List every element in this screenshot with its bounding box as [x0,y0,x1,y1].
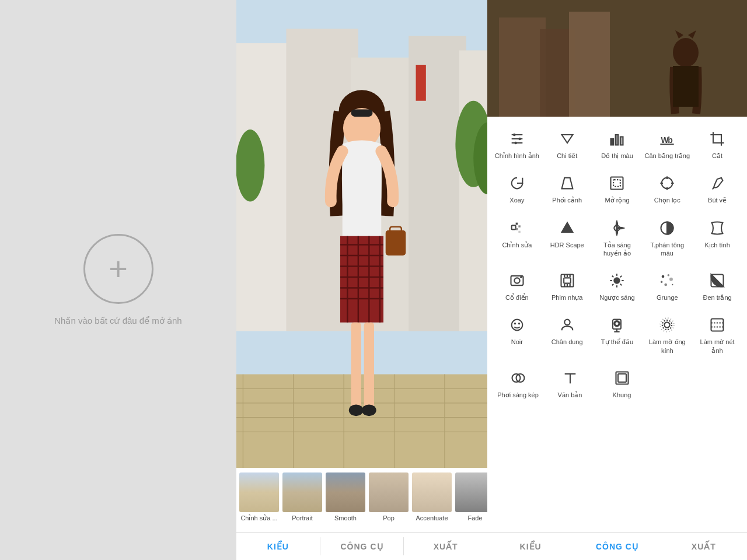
svg-rect-26 [351,110,372,117]
tool-den-trang[interactable]: Đen trắng [692,265,742,305]
tool-label-noir: Noir [511,338,523,346]
tool-chinh-hinh-anh[interactable]: Chỉnh hình ảnh [492,124,542,163]
double-exposure-icon [508,368,529,388]
tool-khung[interactable]: Khung [596,363,648,402]
tool-label-van-ban: Văn bản [558,391,582,399]
tab-kieu-right[interactable]: KIỂU [487,533,574,560]
text-icon [560,368,581,388]
tool-phoi-canh[interactable]: Phối cảnh [542,168,592,208]
tool-tphan-tong-mau[interactable]: T.phán tông màu [642,213,692,261]
vintage-icon [507,270,528,291]
tool-toa-sang[interactable]: Tỏa sáng huyền ảo [592,213,643,261]
svg-rect-75 [518,225,521,228]
thumbnail-smooth[interactable]: Smooth [325,473,366,522]
drama-icon [707,218,728,239]
thumb-label-1: Chỉnh sửa ... [240,514,277,522]
thumbnail-accentuate[interactable]: Accentuate [411,473,452,522]
svg-point-110 [518,323,521,325]
svg-point-105 [665,284,668,286]
open-photo-hint: Nhấn vào bất cứ đâu để mở ảnh [54,316,181,326]
tool-chinh-sua[interactable]: Chỉnh sửa [492,213,542,261]
tool-do-thi-mau[interactable]: Đồ thị màu [592,124,643,163]
svg-line-100 [612,284,613,285]
tools-row-5: Noir Chân dung [487,307,747,360]
tool-chan-dung[interactable]: Chân dung [542,310,592,358]
chart-icon [606,128,627,149]
tool-co-dien[interactable]: Cổ điển [492,265,542,305]
tool-xoay[interactable]: Xoay [492,168,542,208]
tool-phim-nhua[interactable]: Phim nhựa [542,265,592,305]
tool-label-phoi-canh: Phối cảnh [552,196,582,204]
tab-cong-cu-right[interactable]: CÔNG CỤ [574,533,660,560]
svg-rect-120 [711,319,724,331]
svg-point-68 [662,178,673,189]
svg-rect-51 [673,66,699,107]
svg-point-103 [661,281,663,284]
tool-label-den-trang: Đen trắng [703,293,731,302]
tool-phoi-sang-kep[interactable]: Phơi sáng kép [492,363,544,402]
svg-rect-77 [518,230,521,233]
tools-row-4: Cổ điển Phim nhựa [487,263,747,307]
center-panel: Chỉnh sửa ... Portrait Smooth Pop Accent… [236,0,487,560]
glow-icon [606,218,627,239]
tool-tu-the-dau[interactable]: Tự thể đầu [592,310,643,358]
tool-label-toa-sang: Tỏa sáng huyền ảo [595,241,640,258]
svg-rect-87 [569,275,570,278]
tool-noir[interactable]: Noir [492,310,542,358]
thumb-label-5: Accentuate [416,514,448,522]
right-panel: Chỉnh hình ảnh Chi tiết Đồ thị màu [487,0,747,560]
thumb-label-4: Pop [383,514,395,522]
tab-xuat-right[interactable]: XUẤT [661,533,747,560]
add-photo-button[interactable]: + [83,234,153,304]
svg-point-55 [513,134,516,136]
tab-xuat-center[interactable]: XUẤT [404,533,487,560]
svg-point-106 [672,284,673,285]
thumbnail-chinh-sua[interactable]: Chỉnh sửa ... [239,473,280,522]
tab-kieu-center[interactable]: KIỂU [236,533,320,560]
film-icon [557,270,578,291]
tool-label-chinh-hinh-anh: Chỉnh hình ảnh [495,152,539,160]
tool-kich-tinh[interactable]: Kịch tính [692,213,742,261]
thumbnail-fade[interactable]: Fade [455,473,487,522]
tool-grunge[interactable]: Grunge [642,265,692,305]
thumbnail-portrait[interactable]: Portrait [282,473,323,522]
wb-icon: W b [657,128,678,149]
tool-label-mo-rong: Mở rộng [605,196,629,204]
svg-rect-89 [567,284,568,287]
tool-label-hdr-scape: HDR Scape [550,241,584,249]
svg-point-42 [362,404,376,416]
left-panel[interactable]: + Nhấn vào bất cứ đâu để mở ảnh [0,0,236,560]
svg-rect-67 [614,180,621,187]
tool-nguoc-sang[interactable]: Ngược sáng [592,265,643,305]
tool-label-co-dien: Cổ điển [505,293,529,302]
tools-row-6: Phơi sáng kép Văn bản Khung [487,360,747,405]
right-bottom-tabs: KIỂU CÔNG CỤ XUẤT [487,532,747,560]
svg-line-98 [620,284,622,285]
tool-label-chan-dung: Chân dung [551,338,583,346]
tool-label-phoi-sang-kep: Phơi sáng kép [497,391,539,399]
bw-icon [707,270,728,291]
tool-lam-mo-ong-kinh[interactable]: Làm mờ ống kính [642,310,692,358]
tool-can-bang-trang[interactable]: W b Cân bằng trắng [642,124,692,163]
tool-but-ve[interactable]: Bút vẽ [692,168,742,208]
tools-grid: Chỉnh hình ảnh Chi tiết Đồ thị màu [487,117,747,532]
svg-point-56 [518,138,521,141]
tool-mo-rong[interactable]: Mở rộng [592,168,643,208]
tool-lam-mo-net-anh[interactable]: Làm mờ nét ảnh [692,310,742,358]
tool-label-cat: Cắt [712,152,722,160]
tone-icon [657,218,678,239]
tilt-shift-icon [707,314,728,335]
tool-chon-loc[interactable]: Chọn lọc [642,168,692,208]
svg-rect-60 [616,135,619,145]
tool-hdr-scape[interactable]: HDR Scape [542,213,592,261]
tab-cong-cu-center[interactable]: CÔNG CỤ [320,533,404,560]
tool-van-ban[interactable]: Văn bản [544,363,596,402]
crop-icon [707,128,728,149]
svg-text:b: b [668,135,673,145]
svg-rect-85 [564,275,565,278]
sliders-icon [507,128,528,149]
tool-chi-tiet[interactable]: Chi tiết [542,124,592,163]
select-icon [657,173,678,194]
tool-cat[interactable]: Cắt [692,124,742,163]
thumbnail-pop[interactable]: Pop [368,473,409,522]
